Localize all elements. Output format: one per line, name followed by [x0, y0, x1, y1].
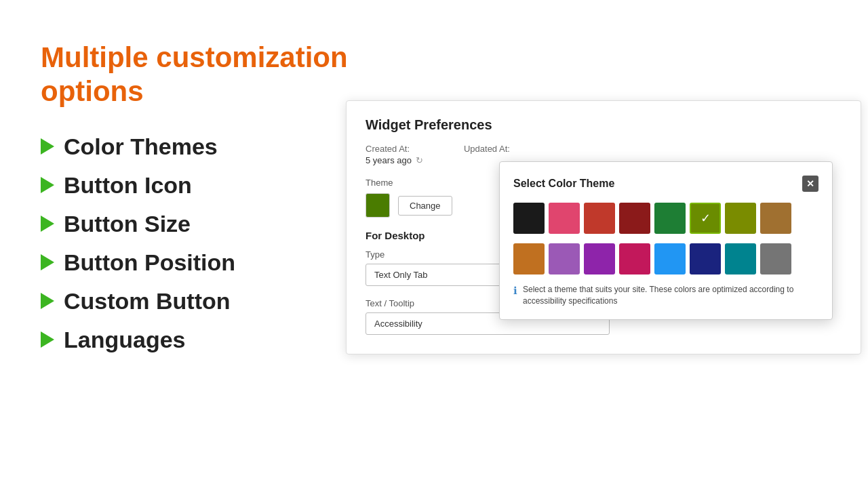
color-grid-row2 [513, 243, 818, 274]
bullet-label-custom-button: Custom Button [64, 288, 231, 314]
color-swatch-pink[interactable] [549, 203, 580, 234]
color-swatch-orange-brown[interactable] [513, 243, 545, 274]
color-theme-dialog: Select Color Theme ✕ ✓ ℹ Select a theme … [499, 161, 833, 320]
color-grid-row1: ✓ [513, 203, 818, 234]
widget-title: Widget Preferences [366, 117, 842, 133]
bullet-item-languages: Languages [41, 327, 353, 353]
created-at-section: Created At: 5 years ago ↻ [366, 144, 423, 165]
bullet-item-button-icon: Button Icon [41, 172, 353, 199]
page-title: Multiple customization options [41, 41, 353, 109]
info-text: Select a theme that suits your site. The… [523, 284, 818, 307]
info-row: ℹ Select a theme that suits your site. T… [513, 284, 818, 307]
color-swatch-brown[interactable] [760, 203, 791, 234]
close-dialog-button[interactable]: ✕ [802, 176, 818, 192]
bullet-arrow-button-icon [41, 177, 54, 193]
refresh-icon[interactable]: ↻ [416, 155, 423, 165]
theme-swatch [366, 193, 390, 218]
change-theme-button[interactable]: Change [398, 196, 452, 216]
color-swatch-dark-blue[interactable] [690, 243, 721, 274]
bullet-arrow-button-position [41, 254, 54, 270]
bullet-label-button-icon: Button Icon [64, 172, 192, 199]
bullet-label-languages: Languages [64, 327, 185, 353]
created-label: Created At: [366, 144, 423, 154]
color-swatch-red[interactable] [584, 203, 615, 234]
bullet-arrow-button-size [41, 216, 54, 232]
left-panel: Multiple customization options Color The… [41, 41, 353, 353]
type-dropdown[interactable]: Text Only Tab ▾ [366, 264, 515, 286]
bullet-arrow-custom-button [41, 293, 54, 309]
color-swatch-teal[interactable] [725, 243, 756, 274]
bullet-label-button-size: Button Size [64, 211, 191, 237]
bullet-list: Color ThemesButton IconButton SizeButton… [41, 134, 353, 353]
color-swatch-dark-red[interactable] [619, 203, 650, 234]
color-swatch-dark-green[interactable] [654, 203, 686, 234]
color-swatch-light-purple[interactable] [549, 243, 580, 274]
bullet-item-button-position: Button Position [41, 249, 353, 276]
color-swatch-magenta[interactable] [619, 243, 650, 274]
updated-label: Updated At: [464, 144, 510, 154]
bullet-item-custom-button: Custom Button [41, 288, 353, 314]
created-value: 5 years ago ↻ [366, 155, 423, 165]
color-swatch-olive[interactable] [725, 203, 756, 234]
bullet-item-color-themes: Color Themes [41, 134, 353, 160]
bullet-arrow-languages [41, 331, 54, 348]
color-swatch-gray[interactable] [760, 243, 791, 274]
bullet-arrow-color-themes [41, 138, 54, 155]
dialog-header: Select Color Theme ✕ [513, 176, 818, 192]
bullet-label-button-position: Button Position [64, 249, 235, 276]
bullet-item-button-size: Button Size [41, 211, 353, 237]
color-swatch-purple[interactable] [584, 243, 615, 274]
color-swatch-olive-green[interactable]: ✓ [690, 203, 721, 234]
dialog-title: Select Color Theme [513, 178, 614, 190]
type-value: Text Only Tab [374, 270, 428, 280]
color-swatch-black[interactable] [513, 203, 545, 234]
color-swatch-light-blue[interactable] [654, 243, 686, 274]
info-icon: ℹ [513, 285, 517, 297]
bullet-label-color-themes: Color Themes [64, 134, 218, 160]
